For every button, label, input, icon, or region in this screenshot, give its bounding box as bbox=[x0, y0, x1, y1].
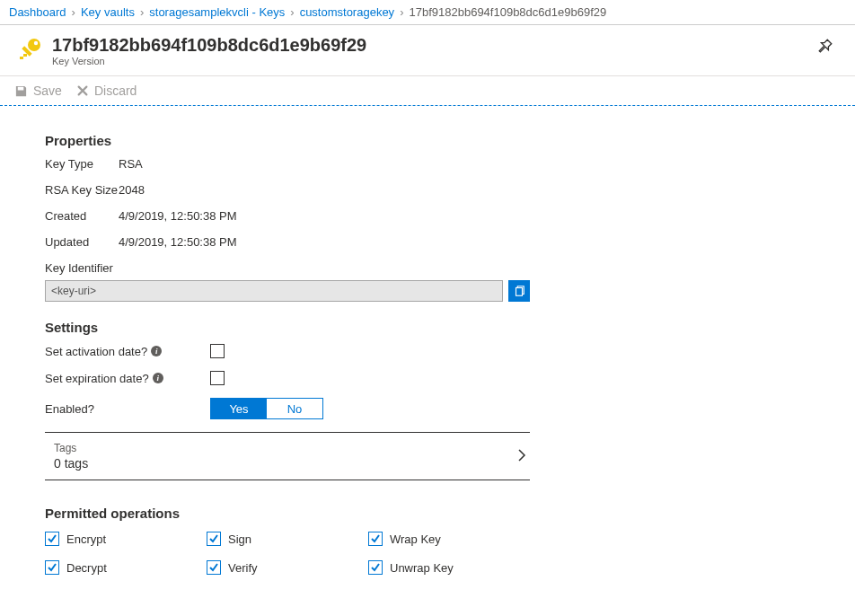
save-button[interactable]: Save bbox=[14, 84, 62, 98]
key-icon bbox=[16, 36, 45, 65]
toolbar: Save Discard bbox=[0, 76, 855, 106]
op-encrypt[interactable]: Encrypt bbox=[45, 532, 207, 546]
svg-rect-4 bbox=[23, 54, 27, 57]
op-verify[interactable]: Verify bbox=[207, 560, 368, 575]
page-subtitle: Key Version bbox=[52, 56, 817, 66]
enabled-label: Enabled? bbox=[45, 402, 94, 416]
op-label: Decrypt bbox=[66, 561, 107, 575]
op-label: Sign bbox=[228, 532, 251, 546]
op-sign[interactable]: Sign bbox=[207, 532, 368, 546]
discard-icon bbox=[76, 84, 89, 97]
activation-date-label: Set activation date? bbox=[45, 345, 147, 358]
breadcrumb-item-key[interactable]: customstoragekey bbox=[300, 5, 395, 19]
breadcrumb-item-vault[interactable]: storagesamplekvcli - Keys bbox=[149, 5, 285, 19]
svg-rect-5 bbox=[516, 288, 523, 296]
checkbox-checked-icon[interactable] bbox=[207, 532, 221, 546]
created-label: Created bbox=[45, 209, 119, 223]
info-icon[interactable]: i bbox=[151, 346, 162, 356]
checkbox-checked-icon[interactable] bbox=[207, 560, 221, 575]
tags-count: 0 tags bbox=[54, 456, 88, 471]
expiration-date-checkbox[interactable] bbox=[210, 371, 225, 385]
checkbox-checked-icon[interactable] bbox=[368, 532, 383, 546]
content-area: Properties Key Type RSA RSA Key Size 204… bbox=[0, 106, 855, 602]
chevron-right-icon: › bbox=[400, 5, 403, 19]
op-wrap-key[interactable]: Wrap Key bbox=[368, 532, 530, 546]
chevron-right-icon: › bbox=[140, 5, 144, 19]
key-identifier-label: Key Identifier bbox=[45, 261, 810, 275]
chevron-right-icon: › bbox=[72, 5, 75, 19]
copy-icon bbox=[513, 285, 525, 297]
discard-button[interactable]: Discard bbox=[76, 84, 137, 98]
discard-button-label: Discard bbox=[94, 84, 137, 98]
settings-section-title: Settings bbox=[45, 320, 810, 335]
tags-row[interactable]: Tags 0 tags bbox=[45, 432, 530, 480]
permitted-operations-grid: Encrypt Sign Wrap Key Decrypt Verify Unw… bbox=[45, 532, 810, 575]
tags-label: Tags bbox=[54, 442, 88, 454]
info-icon[interactable]: i bbox=[153, 373, 163, 383]
enabled-toggle-no[interactable]: No bbox=[267, 399, 322, 418]
op-label: Unwrap Key bbox=[390, 561, 454, 575]
enabled-toggle-yes[interactable]: Yes bbox=[211, 399, 267, 418]
pin-button[interactable] bbox=[817, 38, 833, 57]
breadcrumb-item-keyvaults[interactable]: Key vaults bbox=[81, 5, 135, 19]
enabled-toggle[interactable]: Yes No bbox=[210, 398, 323, 419]
breadcrumb: Dashboard › Key vaults › storagesamplekv… bbox=[0, 0, 855, 25]
op-label: Wrap Key bbox=[390, 532, 441, 546]
updated-value: 4/9/2019, 12:50:38 PM bbox=[119, 235, 237, 249]
save-icon bbox=[14, 84, 28, 98]
svg-point-0 bbox=[28, 39, 40, 51]
page-header: 17bf9182bb694f109b8dc6d1e9b69f29 Key Ver… bbox=[0, 25, 855, 76]
expiration-date-label: Set expiration date? bbox=[45, 372, 149, 385]
svg-rect-3 bbox=[20, 57, 23, 59]
breadcrumb-item-dashboard[interactable]: Dashboard bbox=[9, 5, 66, 19]
op-label: Verify bbox=[228, 561, 258, 575]
rsa-size-value: 2048 bbox=[119, 183, 145, 197]
breadcrumb-item-current: 17bf9182bb694f109b8dc6d1e9b69f29 bbox=[409, 5, 606, 19]
activation-date-checkbox[interactable] bbox=[210, 344, 225, 358]
svg-point-1 bbox=[34, 41, 38, 45]
op-label: Encrypt bbox=[66, 532, 106, 546]
checkbox-checked-icon[interactable] bbox=[45, 532, 59, 546]
chevron-right-icon: › bbox=[290, 5, 294, 19]
save-button-label: Save bbox=[33, 84, 62, 98]
page-title: 17bf9182bb694f109b8dc6d1e9b69f29 bbox=[52, 34, 817, 56]
chevron-right-icon bbox=[517, 449, 526, 464]
key-type-value: RSA bbox=[119, 157, 143, 171]
created-value: 4/9/2019, 12:50:38 PM bbox=[119, 209, 237, 223]
op-unwrap-key[interactable]: Unwrap Key bbox=[368, 560, 530, 575]
rsa-size-label: RSA Key Size bbox=[45, 183, 119, 197]
checkbox-checked-icon[interactable] bbox=[368, 560, 383, 575]
properties-section-title: Properties bbox=[45, 133, 810, 148]
key-type-label: Key Type bbox=[45, 157, 119, 171]
permitted-operations-title: Permitted operations bbox=[45, 506, 810, 521]
key-identifier-input[interactable] bbox=[45, 280, 503, 302]
copy-button[interactable] bbox=[508, 280, 530, 302]
op-decrypt[interactable]: Decrypt bbox=[45, 560, 207, 575]
checkbox-checked-icon[interactable] bbox=[45, 560, 59, 575]
updated-label: Updated bbox=[45, 235, 119, 249]
